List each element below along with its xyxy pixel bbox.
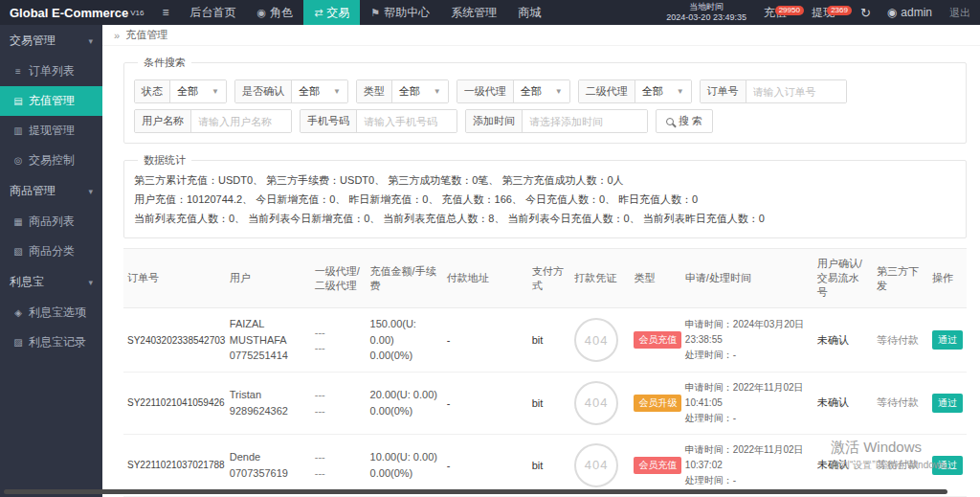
breadcrumb: » 充值管理 (102, 25, 980, 46)
local-time-label: 当地时间 (666, 2, 746, 12)
hamburger-icon: ≡ (163, 6, 169, 19)
username-group: 用户名称 (134, 109, 292, 133)
search-row-2: 用户名称 手机号码 添加时间 搜 索 (134, 109, 956, 133)
sidebar-item-interest-options[interactable]: ◈ 利息宝选项 (0, 298, 102, 328)
local-time-value: 2024-03-20 23:49:35 (666, 12, 746, 23)
chevron-down-icon: ▼ (677, 87, 684, 96)
brand-logo[interactable]: Global E-CommerceV16 (0, 0, 152, 25)
horizontal-scrollbar[interactable] (4, 489, 947, 494)
order-no: SY2403202338542703 (123, 308, 226, 373)
sidebar-item-recharge-management[interactable]: ▤ 充值管理 (0, 86, 102, 116)
sidebar-section-product-management[interactable]: 商品管理 ▾ (0, 175, 102, 207)
type-select-group: 类型 全部▼ (356, 79, 449, 103)
interest-records-icon: ▨ (12, 337, 24, 348)
type-badge: 会员升级 (634, 395, 681, 412)
user-icon: ◉ (887, 6, 897, 19)
pay-method-cell: bit (528, 372, 570, 434)
address-cell: - (443, 372, 528, 434)
agent1-select-group: 一级代理 全部▼ (457, 79, 570, 103)
order-list-icon: ≡ (12, 66, 24, 77)
add-time-input[interactable] (523, 110, 647, 132)
agents-cell: ------ (311, 308, 367, 373)
brand-text: Global E-Commerce (10, 6, 128, 20)
withdraw-notification[interactable]: 提现 2369 (804, 5, 852, 21)
menu-toggle-icon[interactable]: ≡ (152, 0, 180, 25)
sidebar-item-withdraw-management[interactable]: ▥ 提现管理 (0, 116, 102, 146)
withdraw-icon: ▥ (12, 125, 24, 136)
agents-cell: ------ (311, 434, 367, 496)
voucher-404-image[interactable]: 404 (574, 318, 618, 362)
app-window: Global E-CommerceV16 ≡ 后台首页 ◉角色 ⇄交易 ⚑帮助中… (0, 0, 980, 497)
table-row: SY2211021041059426 Tristan9289624362 ---… (123, 372, 967, 434)
chevron-down-icon: ▾ (88, 36, 93, 46)
nav-help-center[interactable]: ⚑帮助中心 (360, 0, 440, 25)
agent2-select[interactable]: 全部▼ (635, 80, 691, 102)
logout-button[interactable]: 退出 (940, 6, 980, 20)
approve-button[interactable]: 通过 (932, 330, 963, 350)
stats-line-user-recharge: 用户充值：10120744.2、 今日新增充值：0、 昨日新增充值：0、 充值人… (134, 191, 956, 210)
sidebar-item-trade-control[interactable]: ◎ 交易控制 (0, 146, 102, 175)
order-no-input[interactable] (746, 80, 846, 102)
sidebar-item-interest-records[interactable]: ▨ 利息宝记录 (0, 328, 102, 357)
stats-panel-title: 数据统计 (138, 153, 191, 168)
chevron-down-icon: ▼ (555, 87, 563, 96)
pay-method-cell: bit (528, 308, 570, 373)
confirm-select[interactable]: 全部▼ (292, 80, 347, 102)
type-select[interactable]: 全部▼ (392, 80, 448, 102)
nav-mall[interactable]: 商城 (507, 0, 551, 25)
refresh-icon[interactable]: ↻ (852, 6, 880, 20)
phone-input[interactable] (357, 110, 457, 132)
table-row: SY2403202338542703 FAIZAL MUSTHAFA077525… (123, 308, 967, 373)
nav-roles[interactable]: ◉角色 (247, 0, 304, 25)
address-cell: - (443, 434, 528, 496)
status-select[interactable]: 全部▼ (170, 80, 226, 102)
nav-trade[interactable]: ⇄交易 (303, 0, 360, 25)
voucher-404-image[interactable]: 404 (574, 381, 618, 425)
recharge-notification[interactable]: 充值 29950 (756, 5, 804, 21)
user-confirm-cell: 未确认 (813, 308, 873, 373)
approve-button[interactable]: 通过 (932, 394, 963, 413)
confirm-select-group: 是否确认 全部▼ (234, 79, 348, 103)
status-select-group: 状态 全部▼ (134, 79, 227, 103)
col-amount: 充值金额/手续费 (367, 249, 443, 308)
col-user: 用户 (226, 249, 311, 308)
col-order-no: 订单号 (123, 249, 226, 308)
add-time-group: 添加时间 (465, 109, 648, 133)
agent1-select[interactable]: 全部▼ (514, 80, 569, 102)
sidebar-item-product-list[interactable]: ▦ 商品列表 (0, 207, 102, 237)
third-party-cell: 等待付款 (873, 372, 928, 434)
time-cell: 申请时间：2022年11月02日 10:37:02处理时间：- (681, 434, 813, 496)
address-cell: - (443, 308, 528, 373)
sidebar-section-interest-treasure[interactable]: 利息宝 ▾ (0, 266, 102, 298)
col-user-confirm: 用户确认/交易流水号 (813, 249, 873, 308)
table-header-row: 订单号 用户 一级代理/二级代理 充值金额/手续费 付款地址 支付方式 打款凭证… (123, 249, 967, 308)
agent2-select-group: 二级代理 全部▼ (578, 79, 692, 103)
nav-dashboard[interactable]: 后台首页 (180, 0, 247, 25)
time-cell: 申请时间：2024年03月20日 23:38:55处理时间：- (681, 308, 813, 373)
sidebar-item-product-category[interactable]: ▧ 商品分类 (0, 237, 102, 266)
search-panel: 条件搜索 状态 全部▼ 是否确认 全部▼ 类型 全部▼ 一级 (123, 56, 967, 144)
user-confirm-cell: 未确认 (813, 372, 873, 434)
amount-cell: 10.00(U: 0.00)0.00(0%) (367, 434, 443, 496)
phone-group: 手机号码 (300, 109, 457, 133)
col-pay-method: 支付方式 (528, 249, 570, 308)
voucher-cell: 404 (570, 434, 630, 496)
voucher-404-image[interactable]: 404 (574, 443, 618, 487)
amount-cell: 20.00(U: 0.00)0.00(0%) (367, 372, 443, 434)
chevron-down-icon: ▾ (88, 187, 93, 196)
col-apply-time: 申请/处理时间 (681, 249, 813, 308)
admin-menu[interactable]: ◉ admin (880, 6, 940, 19)
order-no-group: 订单号 (700, 79, 847, 103)
col-third-party: 第三方下发 (873, 249, 928, 308)
nav-system-management[interactable]: 系统管理 (440, 0, 507, 25)
username-input[interactable] (191, 110, 291, 132)
search-button[interactable]: 搜 索 (656, 109, 713, 133)
sidebar-section-trade-management[interactable]: 交易管理 ▾ (0, 25, 102, 56)
time-cell: 申请时间：2022年11月02日 10:41:05处理时间：- (681, 372, 813, 434)
stats-line-current-list: 当前列表充值人数：0、 当前列表今日新增充值：0、 当前列表充值总人数：8、 当… (134, 210, 956, 229)
sidebar: 交易管理 ▾ ≡ 订单列表 ▤ 充值管理 ▥ 提现管理 ◎ 交易控制 商品管理 … (0, 25, 102, 497)
chevron-down-icon: ▼ (434, 87, 441, 96)
agents-cell: ------ (311, 372, 367, 434)
col-actions: 操作 (928, 249, 967, 308)
sidebar-item-order-list[interactable]: ≡ 订单列表 (0, 56, 102, 86)
